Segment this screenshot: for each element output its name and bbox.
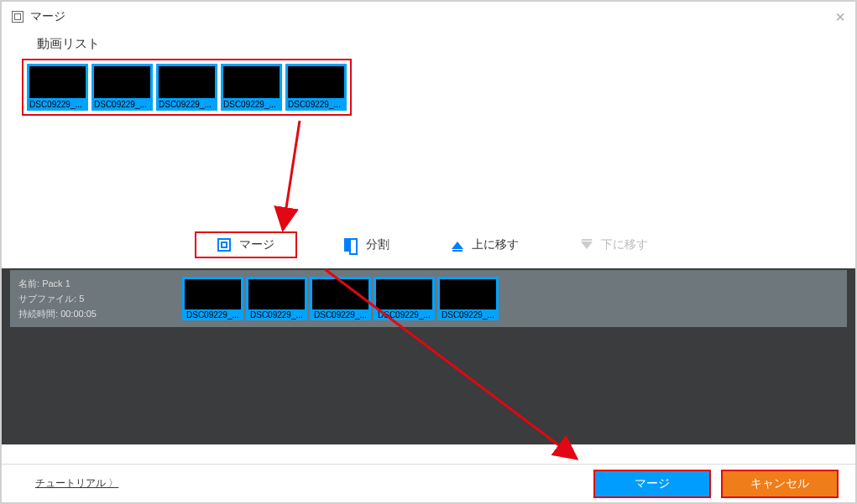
merge-app-icon [12, 11, 24, 23]
pack-thumb[interactable]: DSC09229_... [374, 277, 435, 320]
pack-info: 名前: Pack 1 サブファイル: 5 持続時間: 00:00:05 [10, 272, 182, 325]
video-list-heading: 動画リスト [37, 36, 855, 52]
pack-thumb-label: DSC09229_... [185, 309, 241, 320]
move-down-label: 下に移す [601, 237, 648, 252]
video-list-highlight: DSC09229_... DSC09229_... DSC09229_... D… [22, 59, 352, 116]
pack-thumb[interactable]: DSC09229_... [310, 277, 371, 320]
video-thumb-label: DSC09229_... [156, 98, 217, 111]
video-thumb[interactable]: DSC09229_... [91, 64, 153, 111]
merge-tool-label: マージ [239, 237, 274, 252]
pack-thumb-label: DSC09229_... [248, 309, 305, 320]
video-thumb[interactable]: DSC09229_... [27, 64, 88, 111]
svg-line-0 [283, 121, 300, 230]
move-up-button[interactable]: 上に移す [436, 231, 534, 258]
split-tool-button[interactable]: 分割 [329, 231, 405, 258]
video-thumb[interactable]: DSC09229_... [221, 64, 282, 111]
move-up-label: 上に移す [472, 237, 519, 252]
pack-thumb[interactable]: DSC09229_... [437, 277, 499, 320]
cancel-button-label: キャンセル [750, 476, 809, 491]
pack-sub-label: サブファイル: [18, 294, 76, 304]
pack-name-label: 名前: [18, 278, 39, 288]
tutorial-link[interactable]: チュートリアル 〉 [35, 476, 118, 491]
video-thumb[interactable]: DSC09229_... [285, 64, 347, 111]
video-thumb-label: DSC09229_... [221, 98, 282, 111]
pack-thumbs: DSC09229_... DSC09229_... DSC09229_... D… [182, 277, 499, 320]
pack-row[interactable]: 名前: Pack 1 サブファイル: 5 持続時間: 00:00:05 DSC0… [10, 270, 847, 327]
merge-button-label: マージ [635, 476, 670, 491]
merge-icon [217, 238, 231, 252]
pack-thumb-label: DSC09229_... [312, 309, 368, 320]
cancel-button[interactable]: キャンセル [721, 470, 839, 498]
video-thumb-label: DSC09229_... [91, 98, 153, 111]
video-thumb[interactable]: DSC09229_... [156, 64, 217, 111]
close-icon[interactable]: × [835, 8, 845, 27]
arrow-up-icon [452, 242, 463, 249]
merge-button[interactable]: マージ [593, 470, 711, 498]
video-list-row: DSC09229_... DSC09229_... DSC09229_... D… [27, 64, 347, 111]
merge-tool-button[interactable]: マージ [195, 231, 297, 258]
pack-area: 名前: Pack 1 サブファイル: 5 持続時間: 00:00:05 DSC0… [2, 268, 855, 444]
pack-thumb-label: DSC09229_... [440, 309, 496, 320]
pack-name-value: Pack 1 [42, 278, 71, 288]
pack-thumb[interactable]: DSC09229_... [246, 277, 307, 320]
pack-sub-value: 5 [79, 294, 84, 304]
titlebar: マージ × [2, 2, 855, 32]
move-down-button: 下に移す [566, 231, 663, 258]
pack-dur-value: 00:00:05 [60, 309, 97, 319]
split-icon [344, 238, 358, 252]
footer: チュートリアル 〉 マージ キャンセル [2, 464, 855, 502]
split-tool-label: 分割 [366, 237, 389, 252]
pack-thumb-label: DSC09229_... [376, 309, 432, 320]
pack-dur-label: 持続時間: [18, 309, 58, 319]
toolbar: マージ 分割 上に移す 下に移す [2, 231, 855, 258]
pack-thumb[interactable]: DSC09229_... [182, 277, 243, 320]
video-thumb-label: DSC09229_... [27, 98, 88, 111]
arrow-down-icon [581, 242, 593, 249]
window-title: マージ [30, 9, 65, 24]
video-thumb-label: DSC09229_... [285, 98, 347, 111]
